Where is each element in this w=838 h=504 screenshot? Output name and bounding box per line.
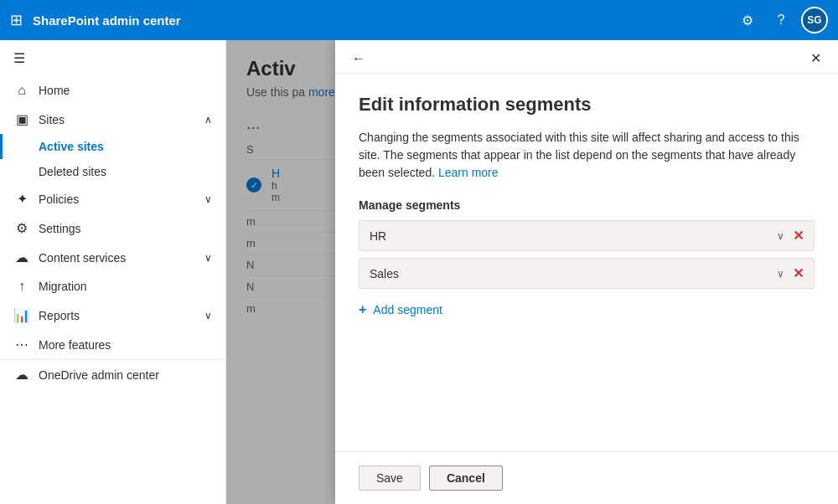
sidebar-toggle[interactable]: ☰: [0, 40, 225, 76]
save-button[interactable]: Save: [359, 465, 421, 491]
segment-row-hr: HR ∨ ✕: [359, 220, 815, 251]
sidebar-item-settings[interactable]: ⚙ Settings: [0, 213, 225, 243]
sidebar-item-label: Reports: [39, 309, 80, 322]
waffle-icon[interactable]: ⊞: [10, 11, 23, 29]
panel: ← ✕ Edit information segments Changing t…: [335, 40, 838, 504]
sidebar-item-label: OneDrive admin center: [39, 368, 159, 382]
sidebar-item-label: Content services: [39, 251, 126, 265]
top-bar-right: ⚙ ? SG: [734, 7, 828, 33]
sidebar-item-label: Home: [39, 84, 70, 97]
panel-overlay: ← ✕ Edit information segments Changing t…: [226, 40, 838, 504]
sidebar-item-label: More features: [39, 338, 111, 352]
sidebar-item-onedrive[interactable]: ☁ OneDrive admin center: [0, 360, 225, 389]
panel-title: Edit information segments: [359, 94, 815, 116]
sidebar-item-migration[interactable]: ↑ Migration: [0, 272, 225, 301]
segment-sales-label: Sales: [370, 267, 777, 280]
more-features-icon: ⋯: [13, 337, 30, 352]
panel-description: Changing the segments associated with th…: [359, 129, 815, 182]
plus-icon: +: [359, 302, 366, 317]
onedrive-icon: ☁: [13, 367, 30, 383]
sidebar-item-label: Migration: [39, 280, 87, 293]
segment-chevron-icon: ∨: [777, 230, 784, 242]
segment-chevron-icon: ∨: [777, 268, 784, 280]
sidebar-item-label: Sites: [39, 113, 65, 126]
cancel-button[interactable]: Cancel: [429, 465, 503, 491]
learn-more-link[interactable]: Learn more: [438, 166, 499, 179]
add-segment-button[interactable]: + Add segment: [359, 296, 442, 324]
content-services-icon: ☁: [13, 249, 30, 265]
top-bar: ⊞ SharePoint admin center ⚙ ? SG: [0, 0, 838, 40]
add-segment-label: Add segment: [373, 303, 442, 316]
sidebar-item-policies[interactable]: ✦ Policies ∨: [0, 184, 225, 213]
app-title: SharePoint admin center: [33, 13, 181, 28]
panel-footer: Save Cancel: [335, 451, 838, 504]
home-icon: ⌂: [13, 83, 30, 98]
segment-row-sales: Sales ∨ ✕: [359, 258, 815, 289]
sidebar-item-label: Policies: [39, 193, 79, 206]
chevron-up-icon: ∧: [204, 114, 212, 126]
segment-hr-delete-button[interactable]: ✕: [793, 228, 804, 244]
avatar[interactable]: SG: [801, 7, 828, 33]
chevron-down-icon: ∨: [204, 193, 212, 205]
panel-header: ← ✕: [335, 40, 838, 74]
panel-content: Edit information segments Changing the s…: [335, 74, 838, 451]
content-area: Activ Use this pa more ... S ✓ H h m m m…: [226, 40, 838, 504]
sidebar-item-content-services[interactable]: ☁ Content services ∨: [0, 243, 225, 272]
reports-icon: 📊: [13, 307, 30, 323]
chevron-down-icon: ∨: [204, 310, 212, 321]
panel-desc-text: Changing the segments associated with th…: [359, 131, 799, 179]
sidebar-item-deleted-sites[interactable]: Deleted sites: [0, 159, 225, 184]
manage-segments-label: Manage segments: [359, 198, 815, 212]
sidebar: ☰ ⌂ Home ▣ Sites ∧ Active sites Deleted …: [0, 40, 226, 504]
sidebar-sub-label: Active sites: [39, 140, 104, 153]
sidebar-item-active-sites[interactable]: Active sites: [0, 134, 225, 159]
sidebar-item-reports[interactable]: 📊 Reports ∨: [0, 301, 225, 330]
settings-nav-icon: ⚙: [13, 220, 30, 236]
segment-hr-label: HR: [370, 229, 777, 243]
main-layout: ☰ ⌂ Home ▣ Sites ∧ Active sites Deleted …: [0, 40, 838, 504]
panel-close-button[interactable]: ✕: [810, 50, 821, 66]
settings-icon[interactable]: ⚙: [734, 7, 761, 33]
segment-sales-delete-button[interactable]: ✕: [793, 265, 804, 281]
top-bar-left: ⊞ SharePoint admin center: [10, 11, 181, 29]
chevron-down-icon: ∨: [204, 252, 212, 264]
sidebar-item-home[interactable]: ⌂ Home: [0, 76, 225, 105]
sidebar-bottom: ☁ OneDrive admin center: [0, 359, 225, 389]
sidebar-item-more-features[interactable]: ⋯ More features: [0, 330, 225, 359]
help-icon[interactable]: ?: [768, 7, 794, 33]
sidebar-sub-label: Deleted sites: [39, 165, 106, 178]
migration-icon: ↑: [13, 279, 30, 294]
panel-back-button[interactable]: ←: [352, 51, 365, 66]
policies-icon: ✦: [13, 191, 30, 207]
sidebar-item-sites[interactable]: ▣ Sites ∧: [0, 105, 225, 134]
sites-icon: ▣: [13, 111, 30, 127]
sidebar-item-label: Settings: [39, 222, 81, 235]
